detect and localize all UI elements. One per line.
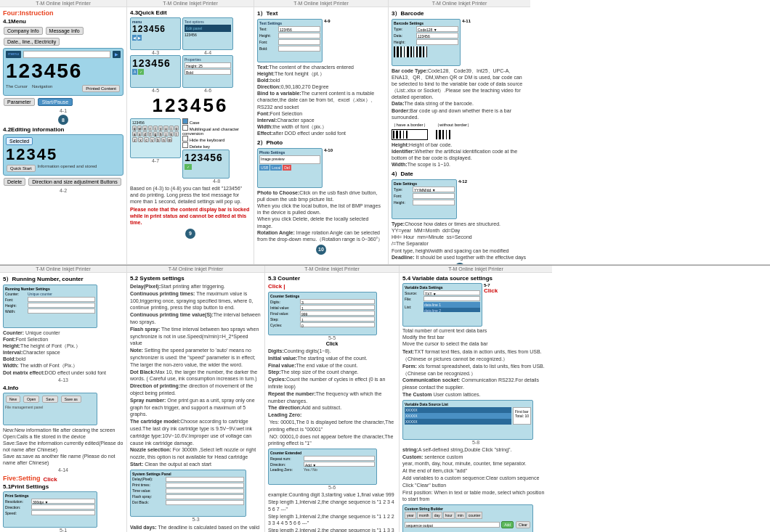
key-e[interactable]: e [142,126,147,131]
key-n[interactable]: n [161,137,166,142]
clear-btn[interactable]: Clear [516,521,530,528]
menu-buttons-row: Company Info Message Info [3,26,123,36]
photo-section-title: 2）Photo [257,139,385,147]
screen-45: 123456 A ✓ [130,55,181,88]
kbd-row-1: q w e r t y u i o [132,126,179,131]
key-q[interactable]: q [132,126,137,131]
fig-41-label: 4-1 [3,108,123,113]
kbd-row-3: z x c v b n m [132,137,179,142]
key-z[interactable]: z [132,137,137,142]
save-btn[interactable]: Save [42,396,57,403]
screen-59: Custom String Builder year month day hou… [402,504,533,532]
var-desc: Text:TXT format text files, data in acti… [402,348,549,398]
screen-51: Print Settings Resolution: 300dpi ▼ Dire… [3,491,97,528]
printed-content-btn[interactable]: Printed Content [82,85,120,92]
section-four-title: Four:Instruction [3,9,123,17]
badge-11: 11 [455,263,465,264]
fig-57-row: Variable Data Settings Source: TXT ▼ Fil… [402,283,549,327]
display-number-42: 12345 [6,147,121,163]
fig-411-row: Barcode Settings Type: Code128 ▼ Data: 1… [392,19,527,66]
key-t[interactable]: t [153,126,158,131]
fig-49-row: Text Settings Text: 123456 Height: Font: [257,19,385,62]
panel-header-5: T-M Online Inkjet Printer [0,266,126,273]
text-desc: Text:The content of the characters enter… [257,64,385,136]
info-desc: New:New information file after clearing … [3,427,123,467]
page-container: T-M Online Inkjet Printer Four:Instructi… [0,0,770,532]
fig-row-43-44: menu 123456 ◀ ▶ 4-3 Text options Edit pa… [130,17,251,55]
key-b[interactable]: b [155,137,161,142]
key-h[interactable]: h [158,131,163,136]
key-r[interactable]: r [148,126,153,131]
key-d[interactable]: d [142,131,147,136]
barcode-desc: Bar code Type:Code128、Code39、Int25、UPC-A… [392,67,527,120]
counter-click-2[interactable]: Click [268,341,396,346]
text-section-title: 1）Text [257,9,385,17]
key-g[interactable]: g [153,131,158,136]
key-i[interactable]: i [169,126,174,131]
new-btn[interactable]: New [6,396,20,403]
add-btn[interactable]: Add [501,521,514,528]
panel-header-7: T-M Online Inkjet Printer [265,266,399,273]
panel-variable: T-M Online Inkjet Printer 5.4 Variable d… [400,266,552,532]
key-m[interactable]: m [167,137,172,142]
fig-48-col: Case Multilingual and character conversi… [182,118,251,184]
company-info-btn[interactable]: Company Info [4,27,43,35]
five-setting-title: Five:Setting [3,475,41,482]
key-u[interactable]: u [163,126,168,131]
delete-btn[interactable]: Delete [4,178,25,186]
screen-42: Selected 12345 Quick Start Information o… [3,134,123,176]
print-settings-title: 5.1Print Settings [3,483,123,490]
quickedit-desc: Based on (4-3) to (4-8) you can fast edi… [130,185,251,205]
badge-8: 8 [58,115,68,125]
date-desc: Type:Choose how dates or times are struc… [392,221,527,261]
panel-quickedit: T-M Online Inkjet Printer 4.3Quick Edit … [127,0,254,264]
key-l[interactable]: l [174,131,179,136]
fig-55-label: 5-5 [268,335,396,340]
open-btn[interactable]: Open [23,396,39,403]
five-click-label[interactable]: Click [44,476,57,483]
panel-instruction: T-M Online Inkjet Printer Four:Instructi… [0,0,127,264]
fig-46-label: 4-6 [182,88,233,93]
key-f[interactable]: f [148,131,153,136]
date-btn[interactable]: Date., line., Electricity [4,38,60,46]
counter-click-label[interactable]: Click | [268,283,285,290]
panel-counter: T-M Online Inkjet Printer 5.3 Counter Cl… [265,266,400,532]
bottom-half: T-M Online Inkjet Printer 5）Running Numb… [0,266,770,532]
cb-case[interactable] [182,118,188,124]
screen-412: Date Settings Type: YY/MM/dd ▼ Font: Hei… [392,179,457,219]
photo-desc: Photo to Choose:Click on the usb flash d… [257,189,385,242]
key-a[interactable]: a [132,131,137,136]
saveas-btn[interactable]: Save as [61,396,81,403]
fig-412-row: Date Settings Type: YY/MM/dd ▼ Font: Hei… [392,179,527,219]
key-s[interactable]: s [137,131,142,136]
screen-48: 123456 ✓ [182,150,230,179]
cb-delete[interactable] [182,142,188,148]
quick-start-btn[interactable]: Quick Start [7,165,36,172]
badge-10: 10 [316,245,326,255]
screen-47: 123456 q w e r t y u i o [130,118,181,158]
panel-header-6: T-M Online Inkjet Printer [127,266,264,273]
dir-size-btn[interactable]: Direction and size adjustment Buttons [28,178,121,186]
key-o[interactable]: o [174,126,179,131]
barcode-desc2: Height:Height of bar code. Identifier:Wh… [392,142,527,168]
key-x[interactable]: x [138,137,143,142]
param-row: Parameter Start/Pause [3,97,123,107]
var-click-1[interactable]: Click [484,287,549,294]
border-with: （have a border） [392,122,428,140]
key-v[interactable]: v [150,137,155,142]
start-pause-btn[interactable]: Start/Pause [38,98,73,106]
screen-49: Text Settings Text: 123456 Height: Font: [257,19,323,62]
param-btn[interactable]: Parameter [4,98,35,106]
counter-example: example:Counting digit 3,starting value … [268,491,396,532]
panel-header-2: T-M Online Inkjet Printer [127,0,254,7]
cb-hide-kb[interactable] [182,136,188,142]
key-k[interactable]: k [169,131,174,136]
key-w[interactable]: w [137,126,142,131]
fig-410-row: Photo Settings Image preview USB Local D… [257,148,385,188]
message-info-btn[interactable]: Message Info [46,27,84,35]
key-j[interactable]: j [163,131,168,136]
sys-desc: Delay(Pixel):Start printing after trigge… [130,283,262,468]
cb-multilingual[interactable] [182,125,188,131]
key-c[interactable]: c [144,137,149,142]
key-y[interactable]: y [158,126,163,131]
